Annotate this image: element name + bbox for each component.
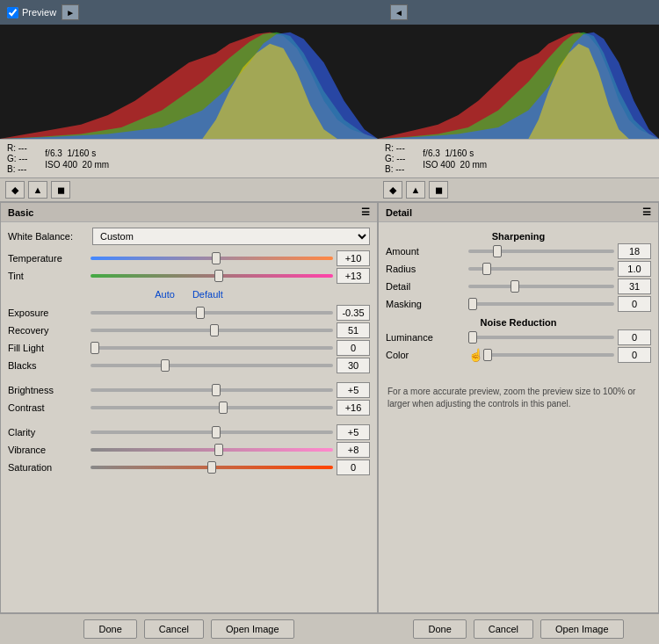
- masking-label: Masking: [386, 299, 465, 309]
- exposure-row: Exposure -0.35: [8, 305, 370, 321]
- recovery-slider-container: [91, 323, 333, 337]
- tool-btn-2[interactable]: ▲: [28, 181, 47, 199]
- blacks-slider[interactable]: [91, 364, 333, 367]
- clarity-label: Clarity: [8, 427, 87, 438]
- brightness-slider-container: [91, 383, 333, 397]
- tool-btn-1[interactable]: ◆: [5, 181, 25, 199]
- exposure-value[interactable]: -0.35: [337, 305, 370, 321]
- blacks-label: Blacks: [8, 360, 87, 371]
- saturation-slider[interactable]: [91, 466, 333, 469]
- left-bottom-bar: Done Cancel Open Image: [0, 613, 378, 644]
- detail-slider-container: [468, 279, 614, 293]
- contrast-label: Contrast: [8, 402, 87, 413]
- exposure-slider[interactable]: [91, 311, 333, 315]
- right-forward-button[interactable]: ◄: [390, 4, 408, 20]
- blacks-value[interactable]: 30: [337, 358, 370, 373]
- masking-slider-container: [468, 297, 614, 311]
- brightness-row: Brightness +5: [8, 382, 370, 398]
- blacks-row: Blacks 30: [8, 358, 370, 373]
- detail-value[interactable]: 31: [618, 279, 651, 294]
- clarity-slider[interactable]: [91, 431, 333, 434]
- radius-value[interactable]: 1.0: [618, 261, 651, 277]
- rgb-info: R: --- G: --- B: ---: [7, 143, 27, 174]
- detail-panel-header: Detail ☰: [379, 203, 658, 222]
- right-open-image-button[interactable]: Open Image: [540, 619, 624, 639]
- right-tool-btn-3[interactable]: ◼: [429, 181, 448, 199]
- fill-light-slider-container: [91, 341, 333, 355]
- tint-row: Tint +13: [8, 268, 370, 284]
- recovery-label: Recovery: [8, 325, 87, 336]
- detail-slider[interactable]: [468, 285, 614, 288]
- radius-slider-container: [468, 262, 614, 276]
- fill-light-value[interactable]: 0: [337, 340, 370, 356]
- detail-label: Detail: [386, 281, 465, 292]
- default-button[interactable]: Default: [192, 289, 223, 300]
- clarity-value[interactable]: +5: [337, 424, 370, 440]
- radius-row: Radius 1.0: [386, 261, 651, 277]
- luminance-value[interactable]: 0: [618, 329, 651, 345]
- fill-light-slider[interactable]: [91, 346, 333, 350]
- panel-menu-icon[interactable]: ☰: [361, 206, 370, 218]
- color-label: Color: [386, 350, 465, 360]
- amount-row: Amount 18: [386, 243, 651, 259]
- amount-slider[interactable]: [468, 250, 614, 253]
- masking-value[interactable]: 0: [618, 296, 651, 312]
- right-histogram: [378, 25, 659, 139]
- color-slider-container: ☝: [468, 348, 614, 362]
- fill-light-row: Fill Light 0: [8, 340, 370, 356]
- recovery-slider[interactable]: [91, 329, 333, 332]
- aperture-shutter: f/6.3 1/160 s: [45, 148, 109, 158]
- vibrance-value[interactable]: +8: [337, 442, 370, 458]
- tint-slider[interactable]: [91, 274, 333, 278]
- contrast-value[interactable]: +16: [337, 400, 370, 416]
- wb-label: White Balance:: [8, 231, 87, 242]
- temperature-slider[interactable]: [91, 257, 333, 260]
- masking-slider[interactable]: [468, 302, 614, 306]
- right-cancel-button[interactable]: Cancel: [474, 619, 533, 639]
- detail-panel-content: Sharpening Amount 18 Radius 1.0: [379, 222, 658, 419]
- radius-slider[interactable]: [468, 267, 614, 271]
- luminance-label: Luminance: [386, 332, 465, 343]
- temperature-row: Temperature +10: [8, 250, 370, 266]
- contrast-slider[interactable]: [91, 406, 333, 409]
- clarity-row: Clarity +5: [8, 424, 370, 440]
- luminance-row: Luminance 0: [386, 329, 651, 345]
- tool-btn-3[interactable]: ◼: [51, 181, 70, 199]
- temperature-label: Temperature: [8, 253, 87, 264]
- right-done-button[interactable]: Done: [413, 619, 466, 639]
- tint-label: Tint: [8, 271, 87, 281]
- vibrance-slider[interactable]: [91, 448, 333, 452]
- right-tool-btn-1[interactable]: ◆: [383, 181, 402, 199]
- left-top-bar: Preview ►: [0, 0, 378, 25]
- brightness-value[interactable]: +5: [337, 382, 370, 398]
- contrast-row: Contrast +16: [8, 400, 370, 416]
- color-row: Color ☝ 0: [386, 347, 651, 363]
- recovery-value[interactable]: 51: [337, 322, 370, 338]
- right-tool-btn-2[interactable]: ▲: [406, 181, 425, 199]
- temperature-value[interactable]: +10: [337, 250, 370, 266]
- wb-select[interactable]: As ShotAutoDaylightCloudyShadeTungstenFl…: [92, 228, 370, 245]
- basic-panel: Basic ☰ White Balance: As ShotAutoDaylig…: [0, 202, 378, 613]
- color-slider[interactable]: [483, 353, 614, 357]
- auto-button[interactable]: Auto: [155, 289, 175, 300]
- tint-value[interactable]: +13: [337, 268, 370, 284]
- color-value[interactable]: 0: [618, 347, 651, 363]
- detail-panel-menu-icon[interactable]: ☰: [642, 206, 651, 218]
- info-text: For a more accurate preview, zoom the pr…: [386, 382, 651, 414]
- tint-slider-container: [91, 269, 333, 283]
- masking-row: Masking 0: [386, 296, 651, 312]
- auto-default-row: Auto Default: [8, 289, 370, 300]
- sharpening-header: Sharpening: [386, 228, 651, 243]
- brightness-slider[interactable]: [91, 388, 333, 392]
- saturation-slider-container: [91, 460, 333, 474]
- vibrance-slider-container: [91, 443, 333, 457]
- left-cancel-button[interactable]: Cancel: [144, 619, 204, 639]
- right-bottom-bar: Done Cancel Open Image: [378, 613, 659, 644]
- luminance-slider[interactable]: [468, 336, 614, 339]
- left-open-image-button[interactable]: Open Image: [211, 619, 294, 639]
- amount-value[interactable]: 18: [618, 243, 651, 259]
- forward-button[interactable]: ►: [62, 4, 79, 20]
- left-done-button[interactable]: Done: [83, 619, 136, 639]
- saturation-value[interactable]: 0: [337, 459, 370, 475]
- preview-checkbox[interactable]: [7, 7, 18, 18]
